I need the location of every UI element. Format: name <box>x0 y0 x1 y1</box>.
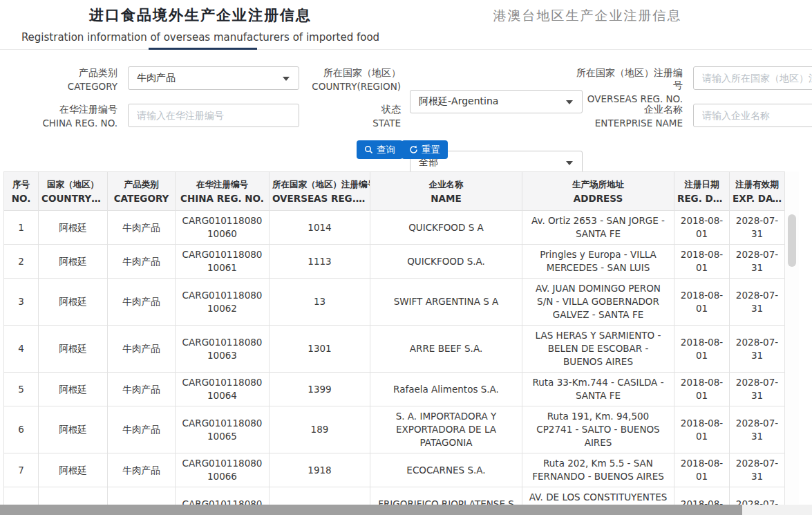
reset-button[interactable]: 重置 <box>402 140 448 159</box>
table-cell: 2028-07-31 <box>730 406 785 453</box>
search-icon <box>364 145 373 154</box>
enterprise-name-input[interactable] <box>693 104 812 127</box>
overseas-reg-no-input[interactable] <box>693 66 812 90</box>
table-cell: 2028-07-31 <box>730 326 785 373</box>
table-cell: QUICKFOOD S A <box>370 211 522 245</box>
column-header: 企业名称NAME <box>370 172 522 211</box>
vertical-scrollbar[interactable] <box>784 171 799 504</box>
tab-hmt-region[interactable]: 港澳台地区生产企业注册信息 <box>477 7 698 25</box>
column-header: 所在国家（地区）注册编号OVERSEAS REG. NO. <box>270 172 370 211</box>
tab-divider <box>0 49 812 50</box>
china-reg-no-input[interactable] <box>128 104 299 127</box>
table-cell: 2018-08-01 <box>674 453 730 487</box>
table-cell: QUICKFOOD S.A. <box>370 245 522 279</box>
table-cell: CARG01011808010063 <box>176 326 270 373</box>
state-label: 状态 STATE <box>304 103 401 129</box>
search-button[interactable]: 查询 <box>357 140 403 159</box>
table-cell: 2028-07-31 <box>730 373 785 406</box>
column-header: 注册日期REG. DATE <box>674 172 730 211</box>
table-cell: 4 <box>4 326 39 373</box>
table-cell: 2 <box>4 245 39 279</box>
table-cell: 3 <box>4 279 39 326</box>
chevron-down-icon <box>283 77 290 81</box>
table-cell: 阿根廷 <box>39 279 108 326</box>
column-header: 序号NO. <box>4 172 39 211</box>
column-header: 产品类别CATEGORY <box>108 172 176 211</box>
table-cell: 7 <box>4 453 39 487</box>
table-cell: 13 <box>270 279 370 326</box>
table-cell: 1301 <box>270 326 370 373</box>
table-cell: 阿根廷 <box>39 373 108 406</box>
table-cell: 1 <box>4 211 39 245</box>
vertical-scrollbar-thumb[interactable] <box>788 214 796 267</box>
table-row: 2阿根廷牛肉产品CARG010118080100611113QUICKFOOD … <box>4 245 785 279</box>
category-label: 产品类别 CATEGORY <box>28 66 117 93</box>
table-cell: ECOCARNES S.A. <box>370 453 522 487</box>
horizontal-scrollbar-thumb[interactable] <box>0 505 742 515</box>
table-cell: Ruta 33-Km.744 - CASILDA - SANTA FE <box>522 373 674 406</box>
table-cell: 牛肉产品 <box>108 373 176 406</box>
country-label: 所在国家（地区） COUNTRY(REGION) <box>304 66 401 93</box>
table-cell: 阿根廷 <box>39 326 108 373</box>
table-cell: LAS HERAS Y SARMIENTO - BELEN DE ESCOBAR… <box>522 326 674 373</box>
table-row: 4阿根廷牛肉产品CARG010118080100631301ARRE BEEF … <box>4 326 785 373</box>
table-cell: SWIFT ARGENTINA S A <box>370 279 522 326</box>
table-cell: ARRE BEEF S.A. <box>370 326 522 373</box>
table-cell: 阿根廷 <box>39 245 108 279</box>
column-header: 注册有效期EXP. DATE <box>730 172 785 211</box>
table-cell: 2028-07-31 <box>730 211 785 245</box>
active-tab-underline <box>149 48 257 50</box>
refresh-icon <box>409 145 418 154</box>
table-cell: 牛肉产品 <box>108 279 176 326</box>
table-cell: 牛肉产品 <box>108 406 176 453</box>
column-header: 国家（地区）COUNTRY(REGION) <box>39 172 108 211</box>
page-subtitle: Registration information of overseas man… <box>21 31 380 44</box>
table-cell: 189 <box>270 406 370 453</box>
table-cell: 阿根廷 <box>39 406 108 453</box>
table-cell: 6 <box>4 406 39 453</box>
table-cell: 1918 <box>270 453 370 487</box>
tab-hmt-label: 港澳台地区生产企业注册信息 <box>493 8 682 23</box>
table-header: 序号NO.国家（地区）COUNTRY(REGION)产品类别CATEGORY在华… <box>4 172 785 211</box>
page-title: 进口食品境外生产企业注册信息 <box>21 6 380 25</box>
enterprise-name-label: 企业名称 ENTERPRISE NAME <box>574 103 683 129</box>
table-cell: S. A. IMPORTADORA Y EXPORTADORA DE LA PA… <box>370 406 522 453</box>
horizontal-scrollbar[interactable] <box>0 505 812 515</box>
results-table: 序号NO.国家（地区）COUNTRY(REGION)产品类别CATEGORY在华… <box>3 171 785 515</box>
chevron-down-icon <box>566 161 573 165</box>
table-row: 3阿根廷牛肉产品CARG0101180801006213SWIFT ARGENT… <box>4 279 785 326</box>
table-cell: 2018-08-01 <box>674 326 730 373</box>
table-cell: Pringles y Europa - VILLA MERCEDES - SAN… <box>522 245 674 279</box>
china-reg-no-label: 在华注册编号 CHINA REG. NO. <box>28 103 117 129</box>
overseas-reg-no-label: 所在国家（地区）注册编号 OVERSEAS REG. NO. <box>574 66 683 105</box>
table-cell: Ruta 202, Km 5.5 - SAN FERNANDO - BUENOS… <box>522 453 674 487</box>
country-select[interactable]: 阿根廷-Argentina <box>410 90 583 113</box>
table-cell: 牛肉产品 <box>108 245 176 279</box>
table-row: 5阿根廷牛肉产品CARG010118080100641399Rafaela Al… <box>4 373 785 406</box>
table-cell: 1113 <box>270 245 370 279</box>
category-select-value: 牛肉产品 <box>137 72 176 84</box>
table-cell: 2018-08-01 <box>674 406 730 453</box>
table-cell: 2028-07-31 <box>730 279 785 326</box>
table-cell: CARG01011808010066 <box>176 453 270 487</box>
country-select-value: 阿根廷-Argentina <box>419 95 498 108</box>
table-cell: 5 <box>4 373 39 406</box>
chevron-down-icon <box>566 100 573 104</box>
table-cell: CARG01011808010060 <box>176 211 270 245</box>
tab-imported-food[interactable]: 进口食品境外生产企业注册信息 Registration information … <box>21 6 380 44</box>
table-cell: 2018-08-01 <box>674 279 730 326</box>
table-body: 1阿根廷牛肉产品CARG010118080100601014QUICKFOOD … <box>4 211 785 515</box>
table-cell: CARG01011808010064 <box>176 373 270 406</box>
column-header: 在华注册编号CHINA REG. NO. <box>176 172 270 211</box>
table-row: 7阿根廷牛肉产品CARG010118080100661918ECOCARNES … <box>4 453 785 487</box>
table-cell: 牛肉产品 <box>108 453 176 487</box>
table-cell: 2028-07-31 <box>730 245 785 279</box>
table-cell: 牛肉产品 <box>108 326 176 373</box>
table-cell: 阿根廷 <box>39 211 108 245</box>
category-select[interactable]: 牛肉产品 <box>128 66 299 90</box>
table-cell: AV. JUAN DOMINGO PERON S/N - VILLA GOBER… <box>522 279 674 326</box>
table-row: 6阿根廷牛肉产品CARG01011808010065189S. A. IMPOR… <box>4 406 785 453</box>
table-cell: Rafaela Alimentos S.A. <box>370 373 522 406</box>
table-row: 1阿根廷牛肉产品CARG010118080100601014QUICKFOOD … <box>4 211 785 245</box>
table-cell: 牛肉产品 <box>108 211 176 245</box>
